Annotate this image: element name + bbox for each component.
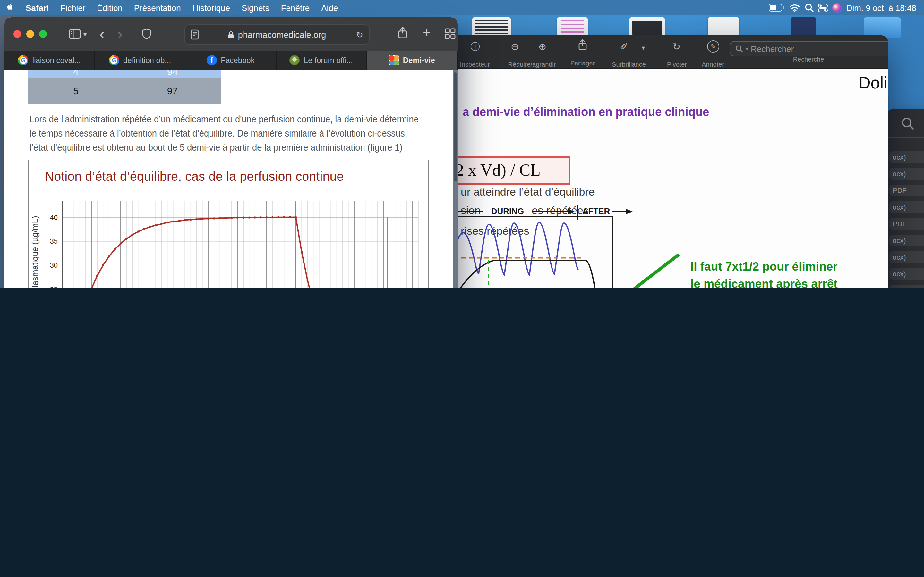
search-chevron-icon: ▾ [746, 46, 748, 52]
siri-icon[interactable] [832, 3, 842, 13]
scrollbar-thumb[interactable] [454, 73, 457, 181]
search-placeholder: Rechercher [751, 44, 794, 53]
menu-item-edition[interactable]: Édition [91, 3, 128, 13]
menu-item-signets[interactable]: Signets [236, 3, 275, 13]
spotlight-icon[interactable] [804, 3, 814, 12]
forward-button[interactable]: › [118, 27, 123, 40]
file-list-item[interactable]: ocx) [889, 251, 924, 263]
rotate-button[interactable]: ↻ Pivoter [672, 40, 680, 53]
url-text: pharmacomedicale.org [238, 30, 326, 39]
file-list-item[interactable]: ocx) [889, 151, 924, 163]
desktop-doc-pink[interactable] [557, 17, 588, 38]
tab-demi-vie[interactable]: Demi-vie [367, 51, 457, 70]
tab-le-forum-offi---[interactable]: Le forum offi... [276, 51, 367, 70]
highlight-menu-button[interactable]: ▾ [642, 42, 645, 55]
battery-icon[interactable] [769, 4, 785, 11]
desktop-doc-lines[interactable] [472, 17, 511, 38]
svg-text:Concentration plasmatique (µg/: Concentration plasmatique (µg/mL) [30, 216, 40, 288]
tab-bar: liaison coval...definition ob...fFaceboo… [5, 51, 457, 70]
share-button[interactable] [397, 26, 408, 42]
background-window[interactable]: ocx)ocx)PDFocx)PDFocx)ocx)ocx)PDFocx)PDF… [887, 109, 924, 288]
file-list-item[interactable]: ocx) [889, 168, 924, 179]
scrollbar-track[interactable] [453, 70, 457, 288]
svg-text:40: 40 [50, 213, 58, 221]
google-favicon [109, 55, 120, 65]
menu-item-fichier[interactable]: Fichier [55, 3, 91, 13]
chevron-down-icon: ▾ [642, 42, 645, 55]
lock-icon [228, 31, 234, 39]
safari-window: ▾ ‹ › pharmacomedicale.org ↻ + liaison c… [5, 17, 457, 288]
annotate-button[interactable]: ✎ Annoter [707, 40, 719, 53]
share-button[interactable]: Partager [577, 39, 588, 53]
sidebar-chevron-icon[interactable]: ▾ [83, 31, 87, 37]
zoom-button[interactable] [39, 30, 47, 38]
joomla-favicon [389, 55, 399, 65]
forum-favicon [290, 55, 300, 65]
search-icon [735, 45, 743, 53]
file-list-item[interactable]: PDF [889, 285, 924, 288]
tab-overview-button[interactable] [445, 28, 456, 39]
desktop-folder[interactable] [864, 17, 901, 38]
control-center-icon[interactable] [818, 3, 828, 12]
panel-divider [887, 137, 924, 138]
file-list-item[interactable]: ocx) [889, 235, 924, 246]
zoom-out-button[interactable]: ⊖ [511, 40, 519, 53]
figure-title: Notion d’état d’équilibre, cas de la per… [45, 169, 344, 184]
close-button[interactable] [13, 30, 21, 38]
address-bar[interactable]: pharmacomedicale.org ↻ [184, 24, 370, 45]
rotate-icon: ↻ [672, 40, 680, 53]
menu-item-fenetre[interactable]: Fenêtre [275, 3, 316, 13]
file-list-item[interactable]: PDF [889, 218, 924, 229]
svg-text:35: 35 [50, 237, 58, 245]
tab-liaison-coval---[interactable]: liaison coval... [5, 51, 95, 70]
tab-label: Demi-vie [403, 56, 435, 65]
menu-item-safari[interactable]: Safari [20, 3, 55, 13]
search-icon[interactable] [901, 117, 915, 131]
zoom-in-button[interactable]: ⊕ Réduire/agrandir [538, 40, 546, 53]
desktop-doc-screenshot[interactable] [630, 17, 665, 38]
minimize-button[interactable] [26, 30, 34, 38]
paragraph-1: Lors de l’administration répétée d’un mé… [29, 112, 422, 155]
desktop-book-blue[interactable] [790, 17, 816, 38]
reload-icon[interactable]: ↻ [356, 30, 363, 39]
search-field[interactable]: ▾ Rechercher [730, 41, 888, 56]
figure-1: Notion d’état d’équilibre, cas de la per… [28, 160, 429, 288]
new-tab-button[interactable]: + [423, 25, 431, 40]
reader-icon[interactable] [191, 29, 199, 40]
tab-definition-ob---[interactable]: definition ob... [95, 51, 186, 70]
svg-text:DURING: DURING [491, 206, 524, 216]
privacy-shield-icon[interactable] [142, 28, 152, 40]
info-icon: ⓘ [470, 40, 480, 53]
share-icon [577, 39, 588, 51]
menu-bar-clock[interactable]: Dim. 9 oct. à 18:48 [846, 3, 916, 13]
desktop: ue_01_ e.pdf + ue spe ocx)ocx)PDFocx)PDF… [0, 0, 924, 288]
safari-toolbar: ▾ ‹ › pharmacomedicale.org ↻ + [5, 17, 457, 51]
tab-facebook[interactable]: fFacebook [186, 51, 276, 70]
zoom-out-icon: ⊖ [511, 40, 519, 53]
table-row: 597 [27, 78, 221, 104]
highlighter-icon: ✐ [620, 40, 628, 53]
tab-label: Facebook [221, 56, 254, 65]
menu-bar: Safari Fichier Édition Présentation Hist… [0, 0, 924, 15]
green-annotation: Il faut 7xt1/2 pour éliminer le médicame… [690, 258, 838, 288]
menu-item-historique[interactable]: Historique [187, 3, 236, 13]
zoom-in-icon: ⊕ [538, 40, 546, 53]
tab-label: Le forum offi... [304, 56, 353, 65]
facebook-favicon: f [207, 55, 217, 65]
menu-item-aide[interactable]: Aide [315, 3, 344, 13]
apple-menu[interactable] [0, 2, 20, 13]
file-list-item[interactable]: ocx) [889, 201, 924, 213]
inspector-button[interactable]: ⓘ Inspecteur [470, 40, 480, 53]
back-button[interactable]: ‹ [99, 27, 105, 40]
svg-text:30: 30 [50, 261, 58, 269]
sidebar-icon[interactable] [69, 29, 81, 39]
share-icon [397, 26, 408, 39]
page-content: 494 597 Lors de l’administration répétée… [5, 70, 457, 288]
highlight-button[interactable]: ✐ Surbrillance [620, 40, 628, 53]
desktop-doc-plain[interactable] [708, 17, 739, 38]
file-list-item[interactable]: PDF [889, 185, 924, 196]
annotate-icon: ✎ [707, 40, 719, 53]
wifi-icon[interactable] [789, 3, 800, 12]
file-list-item[interactable]: ocx) [889, 268, 924, 279]
menu-item-presentation[interactable]: Présentation [128, 3, 187, 13]
